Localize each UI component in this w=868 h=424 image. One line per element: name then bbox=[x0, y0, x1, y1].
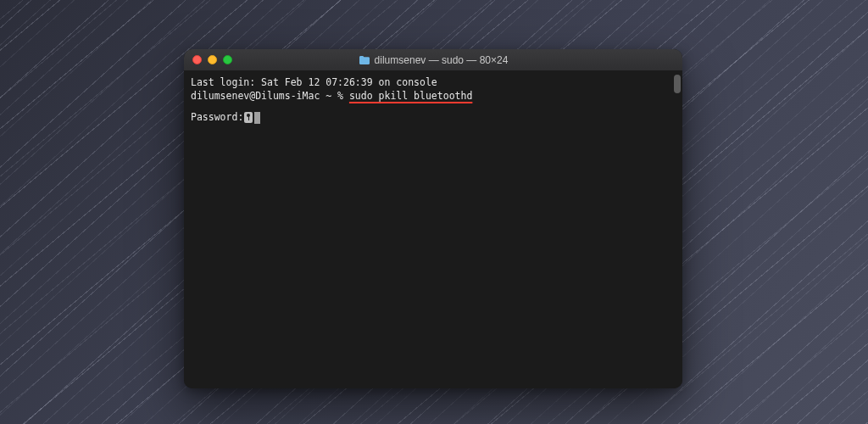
key-icon bbox=[244, 112, 253, 123]
last-login-line: Last login: Sat Feb 12 07:26:39 on conso… bbox=[191, 76, 676, 90]
minimize-button[interactable] bbox=[208, 55, 217, 64]
cursor bbox=[254, 112, 260, 124]
prompt-text: dilumsenev@Dilums-iMac ~ % bbox=[191, 90, 349, 102]
maximize-button[interactable] bbox=[223, 55, 232, 64]
terminal-body[interactable]: Last login: Sat Feb 12 07:26:39 on conso… bbox=[184, 71, 682, 388]
prompt-line: dilumsenev@Dilums-iMac ~ % sudo pkill bl… bbox=[191, 90, 676, 103]
window-title: dilumsenev — sudo — 80×24 bbox=[375, 54, 509, 66]
password-label: Password: bbox=[191, 111, 243, 125]
title-center: dilumsenev — sudo — 80×24 bbox=[184, 49, 682, 70]
traffic-lights bbox=[192, 55, 232, 64]
close-button[interactable] bbox=[192, 55, 202, 64]
command-text: sudo pkill bluetoothd bbox=[349, 90, 472, 102]
terminal-window[interactable]: dilumsenev — sudo — 80×24 Last login: Sa… bbox=[184, 49, 682, 388]
titlebar[interactable]: dilumsenev — sudo — 80×24 bbox=[184, 49, 682, 71]
password-line: Password: bbox=[191, 111, 676, 125]
folder-icon bbox=[359, 55, 370, 65]
scrollbar-thumb[interactable] bbox=[674, 75, 681, 93]
